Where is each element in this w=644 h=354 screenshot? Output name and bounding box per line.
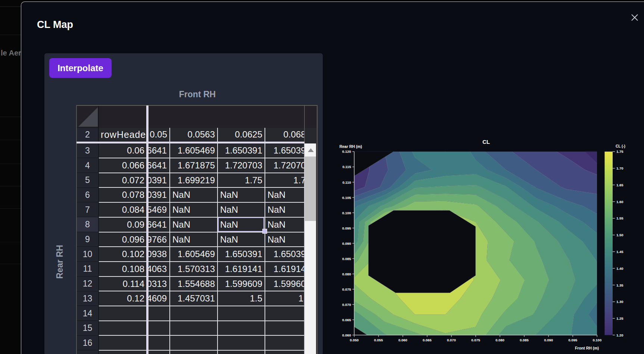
svg-text:Rear RH (m): Rear RH (m) [340,144,362,149]
svg-text:0.060: 0.060 [342,333,351,337]
svg-text:0.115: 0.115 [343,165,351,169]
svg-text:1.35: 1.35 [616,283,623,287]
svg-text:1.55: 1.55 [616,216,623,220]
svg-text:0.095: 0.095 [342,226,351,230]
svg-text:0.100: 0.100 [342,211,351,215]
svg-text:0.105: 0.105 [342,196,351,200]
svg-text:1.25: 1.25 [616,316,623,320]
svg-text:1.50: 1.50 [616,233,623,237]
svg-text:1.45: 1.45 [616,250,623,254]
svg-text:0.080: 0.080 [495,338,504,342]
svg-text:0.120: 0.120 [342,149,351,154]
svg-text:1.20: 1.20 [616,333,623,337]
svg-text:0.095: 0.095 [568,338,577,342]
svg-text:0.070: 0.070 [342,303,351,307]
svg-text:0.055: 0.055 [374,338,383,342]
svg-text:1.75: 1.75 [616,149,623,154]
svg-text:0.090: 0.090 [342,241,351,246]
svg-text:0.065: 0.065 [423,338,432,342]
svg-text:CL: CL [482,139,490,145]
svg-text:0.090: 0.090 [544,338,553,342]
svg-text:0.075: 0.075 [342,287,351,291]
svg-text:1.40: 1.40 [616,266,623,271]
svg-text:0.110: 0.110 [343,180,351,184]
svg-text:0.065: 0.065 [342,318,351,322]
svg-text:0.075: 0.075 [471,338,480,342]
svg-text:0.080: 0.080 [342,272,351,276]
svg-text:Front RH (m): Front RH (m) [575,346,599,350]
svg-text:0.050: 0.050 [350,338,359,342]
svg-text:0.085: 0.085 [342,257,351,261]
svg-text:CL (-): CL (-) [616,144,625,148]
svg-text:0.070: 0.070 [447,338,456,342]
svg-text:0.060: 0.060 [398,338,407,342]
svg-text:1.65: 1.65 [616,183,623,187]
svg-text:1.30: 1.30 [616,300,623,304]
svg-text:0.100: 0.100 [593,338,601,342]
svg-text:1.70: 1.70 [616,166,623,170]
svg-text:0.085: 0.085 [520,338,529,342]
svg-text:1.60: 1.60 [616,200,623,204]
